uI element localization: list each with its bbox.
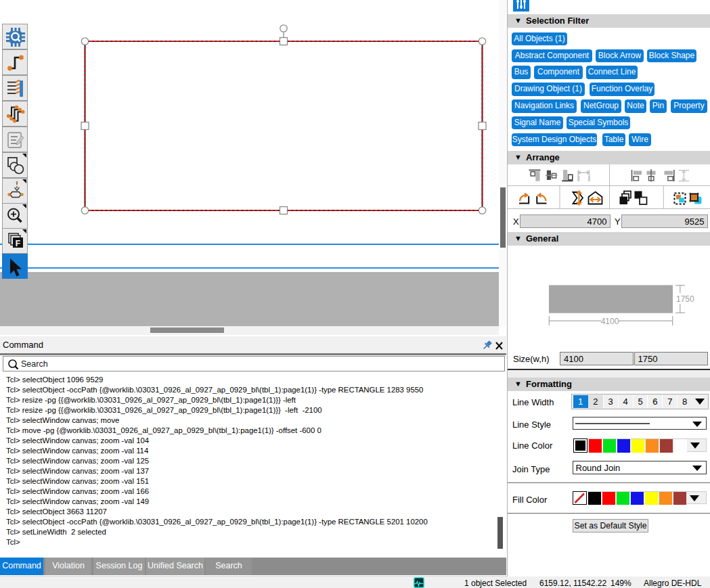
svg-text:1750: 1750	[676, 294, 694, 304]
svg-text:4100: 4100	[601, 317, 619, 326]
svg-text:F: F	[16, 239, 20, 248]
